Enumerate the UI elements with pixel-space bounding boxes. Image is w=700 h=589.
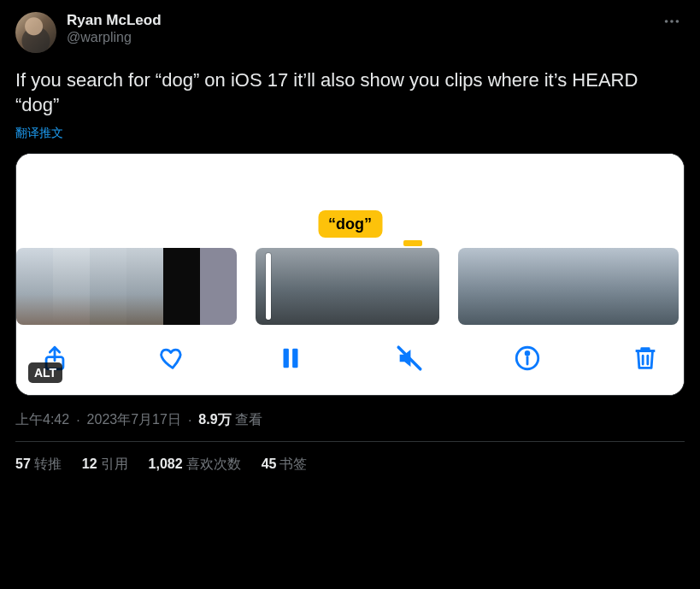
engagement-stats: 57转推 12引用 1,082喜欢次数 45书签: [15, 442, 685, 474]
clip-frame: [495, 248, 532, 325]
info-button[interactable]: [513, 344, 542, 373]
highlight-tick: [403, 240, 422, 246]
mute-icon: [395, 344, 424, 373]
clip-frame: [642, 248, 679, 325]
clip-frame: [605, 248, 642, 325]
tweet-text: If you search for “dog” on iOS 17 it’ll …: [15, 68, 685, 117]
date[interactable]: 2023年7月17日: [87, 411, 181, 429]
like-button[interactable]: [158, 344, 187, 373]
video-scrubber[interactable]: [16, 248, 684, 325]
svg-rect-5: [293, 349, 298, 368]
translate-link[interactable]: 翻译推文: [15, 126, 63, 141]
clip-frame: [256, 248, 292, 325]
tweet-meta: 上午4:42 2023年7月17日 8.9万 查看: [15, 411, 685, 429]
tweet-header: Ryan McLeod @warpling: [15, 12, 685, 53]
svg-point-1: [670, 20, 674, 23]
more-icon: [662, 12, 681, 31]
clip-frame: [403, 248, 439, 325]
svg-point-0: [665, 20, 668, 23]
svg-rect-4: [284, 349, 289, 368]
user-info: Ryan McLeod @warpling: [67, 12, 659, 45]
media-controls: [16, 325, 684, 395]
clip-frame: [568, 248, 605, 325]
clip-frame: [200, 248, 237, 325]
clip-frame: [532, 248, 568, 325]
svg-point-2: [676, 20, 679, 23]
media-top: “dog”: [16, 154, 684, 248]
clip-group[interactable]: [458, 248, 679, 325]
more-button[interactable]: [659, 9, 685, 38]
clip-frame: [292, 248, 329, 325]
display-name[interactable]: Ryan McLeod: [67, 12, 162, 29]
handle[interactable]: @warpling: [67, 30, 659, 45]
search-highlight-label: “dog”: [318, 210, 382, 238]
clip-frame: [366, 248, 403, 325]
likes[interactable]: 1,082喜欢次数: [149, 456, 241, 474]
clip-frame: [53, 248, 90, 325]
clip-frame: [90, 248, 126, 325]
delete-button[interactable]: [631, 344, 660, 373]
heart-icon: [158, 344, 187, 373]
clip-frame: [163, 248, 200, 325]
views-count: 8.9万: [198, 411, 231, 429]
info-icon: [513, 344, 542, 373]
clip-frame: [329, 248, 366, 325]
pause-icon: [276, 344, 305, 373]
quotes[interactable]: 12引用: [82, 456, 128, 474]
retweets[interactable]: 57转推: [15, 456, 62, 474]
tweet-container: Ryan McLeod @warpling If you search for …: [0, 0, 700, 474]
trash-icon: [631, 344, 660, 373]
timestamp[interactable]: 上午4:42: [15, 411, 69, 429]
clip-group[interactable]: [16, 248, 237, 325]
avatar[interactable]: [15, 12, 56, 53]
svg-point-8: [526, 352, 529, 356]
clip-group[interactable]: [256, 248, 439, 325]
media-card[interactable]: “dog”: [15, 153, 685, 396]
clip-frame: [16, 248, 53, 325]
views-label: 查看: [235, 411, 262, 429]
playhead[interactable]: [266, 253, 271, 320]
clip-frame: [126, 248, 163, 325]
bookmarks[interactable]: 45书签: [262, 456, 308, 474]
alt-badge[interactable]: ALT: [28, 362, 62, 383]
clip-frame: [458, 248, 495, 325]
mute-button[interactable]: [395, 344, 424, 373]
pause-button[interactable]: [276, 344, 305, 373]
